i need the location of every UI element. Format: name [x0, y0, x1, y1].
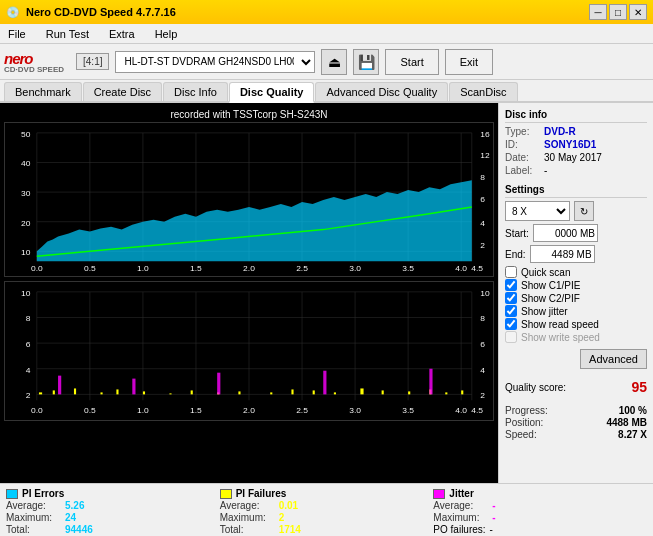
pi-errors-max-row: Maximum: 24	[6, 512, 220, 523]
pi-failures-total-row: Total: 1714	[220, 524, 434, 535]
type-row: Type: DVD-R	[505, 126, 647, 137]
menu-extra[interactable]: Extra	[105, 26, 139, 42]
svg-text:1.0: 1.0	[137, 406, 149, 415]
svg-text:8: 8	[480, 174, 485, 183]
right-panel: Disc info Type: DVD-R ID: SONY16D1 Date:…	[498, 103, 653, 483]
upper-chart: 50 40 30 20 10 16 12 8 6 4 2 0.0 0.5 1.0…	[4, 122, 494, 277]
pi-errors-max-value: 24	[65, 512, 76, 523]
tab-scan-disc[interactable]: ScanDisc	[449, 82, 517, 101]
svg-rect-55	[53, 390, 55, 394]
show-c2-pif-checkbox[interactable]	[505, 292, 517, 304]
quality-score-value: 95	[631, 379, 647, 395]
titlebar-controls[interactable]: ─ □ ✕	[589, 4, 647, 20]
menu-help[interactable]: Help	[151, 26, 182, 42]
pi-failures-avg-label: Average:	[220, 500, 275, 511]
menubar: File Run Test Extra Help	[0, 24, 653, 44]
app-title: Nero CD-DVD Speed 4.7.7.16	[26, 6, 176, 18]
svg-text:6: 6	[480, 340, 485, 349]
svg-text:8: 8	[480, 315, 485, 324]
pi-errors-title: PI Errors	[6, 488, 220, 499]
titlebar-left: 💿 Nero CD-DVD Speed 4.7.7.16	[6, 6, 176, 19]
show-read-speed-checkbox[interactable]	[505, 318, 517, 330]
svg-text:10: 10	[21, 249, 31, 258]
quality-score-label: Quality score:	[505, 382, 566, 393]
pi-errors-group: PI Errors Average: 5.26 Maximum: 24 Tota…	[6, 488, 220, 535]
advanced-button[interactable]: Advanced	[580, 349, 647, 369]
minimize-button[interactable]: ─	[589, 4, 607, 20]
pi-errors-avg-row: Average: 5.26	[6, 500, 220, 511]
menu-file[interactable]: File	[4, 26, 30, 42]
tab-disc-quality[interactable]: Disc Quality	[229, 82, 315, 103]
speed-run-label: Speed:	[505, 429, 537, 440]
show-c2-pif-label: Show C2/PIF	[521, 293, 580, 304]
pi-failures-max-label: Maximum:	[220, 512, 275, 523]
tab-benchmark[interactable]: Benchmark	[4, 82, 82, 101]
start-button[interactable]: Start	[385, 49, 438, 75]
svg-text:3.5: 3.5	[402, 264, 414, 273]
tab-create-disc[interactable]: Create Disc	[83, 82, 162, 101]
show-write-speed-checkbox[interactable]	[505, 331, 517, 343]
jitter-avg-value: -	[492, 500, 495, 511]
svg-text:0.5: 0.5	[84, 264, 96, 273]
show-read-speed-row: Show read speed	[505, 318, 647, 330]
pi-failures-group: PI Failures Average: 0.01 Maximum: 2 Tot…	[220, 488, 434, 535]
tab-advanced-disc-quality[interactable]: Advanced Disc Quality	[315, 82, 448, 101]
tab-disc-info[interactable]: Disc Info	[163, 82, 228, 101]
end-mb-input[interactable]	[530, 245, 595, 263]
pi-failures-total-label: Total:	[220, 524, 275, 535]
quality-score-row: Quality score: 95	[505, 379, 647, 395]
pi-failures-avg-value: 0.01	[279, 500, 298, 511]
position-label: Position:	[505, 417, 543, 428]
start-mb-input[interactable]	[533, 224, 598, 242]
svg-text:10: 10	[480, 289, 490, 298]
close-button[interactable]: ✕	[629, 4, 647, 20]
jitter-avg-label: Average:	[433, 500, 488, 511]
date-value: 30 May 2017	[544, 152, 602, 163]
disc-info-section: Disc info Type: DVD-R ID: SONY16D1 Date:…	[505, 109, 647, 178]
quick-scan-label: Quick scan	[521, 267, 570, 278]
show-c1-pie-checkbox[interactable]	[505, 279, 517, 291]
refresh-button[interactable]: ↻	[574, 201, 594, 221]
svg-text:50: 50	[21, 130, 31, 139]
svg-rect-61	[191, 390, 193, 394]
svg-rect-65	[291, 389, 293, 394]
svg-text:1.5: 1.5	[190, 264, 202, 273]
titlebar: 💿 Nero CD-DVD Speed 4.7.7.16 ─ □ ✕	[0, 0, 653, 24]
chart-title: recorded with TSSTcorp SH-S243N	[4, 107, 494, 122]
tabs: Benchmark Create Disc Disc Info Disc Qua…	[0, 80, 653, 103]
drive-select[interactable]: HL-DT-ST DVDRAM GH24NSD0 LH00	[115, 51, 315, 73]
eject-icon[interactable]: ⏏	[321, 49, 347, 75]
speed-select[interactable]: 8 X	[505, 201, 570, 221]
chart-area: recorded with TSSTcorp SH-S243N	[0, 103, 498, 483]
progress-section: Progress: 100 % Position: 4488 MB Speed:…	[505, 405, 647, 441]
svg-rect-63	[238, 391, 240, 394]
exit-button[interactable]: Exit	[445, 49, 493, 75]
svg-text:4.0: 4.0	[455, 264, 467, 273]
app-icon: 💿	[6, 6, 20, 19]
id-value: SONY16D1	[544, 139, 596, 150]
svg-rect-70	[408, 391, 410, 394]
show-write-speed-label: Show write speed	[521, 332, 600, 343]
date-label: Date:	[505, 152, 540, 163]
jitter-label: Jitter	[449, 488, 473, 499]
show-c2-pif-row: Show C2/PIF	[505, 292, 647, 304]
svg-text:1.5: 1.5	[190, 406, 202, 415]
pi-failures-legend	[220, 489, 232, 499]
svg-rect-60	[169, 393, 171, 394]
quick-scan-checkbox[interactable]	[505, 266, 517, 278]
svg-text:4.5: 4.5	[471, 406, 483, 415]
show-jitter-label: Show jitter	[521, 306, 568, 317]
menu-run-test[interactable]: Run Test	[42, 26, 93, 42]
pi-failures-max-row: Maximum: 2	[220, 512, 434, 523]
svg-rect-72	[445, 392, 447, 394]
jitter-avg-row: Average: -	[433, 500, 647, 511]
svg-text:40: 40	[21, 160, 31, 169]
maximize-button[interactable]: □	[609, 4, 627, 20]
save-icon[interactable]: 💾	[353, 49, 379, 75]
progress-value: 100 %	[619, 405, 647, 416]
svg-rect-66	[313, 390, 315, 394]
svg-text:6: 6	[480, 195, 485, 204]
show-jitter-checkbox[interactable]	[505, 305, 517, 317]
nero-logo: nero CD·DVD SPEED	[4, 50, 64, 74]
svg-text:4.5: 4.5	[471, 264, 483, 273]
